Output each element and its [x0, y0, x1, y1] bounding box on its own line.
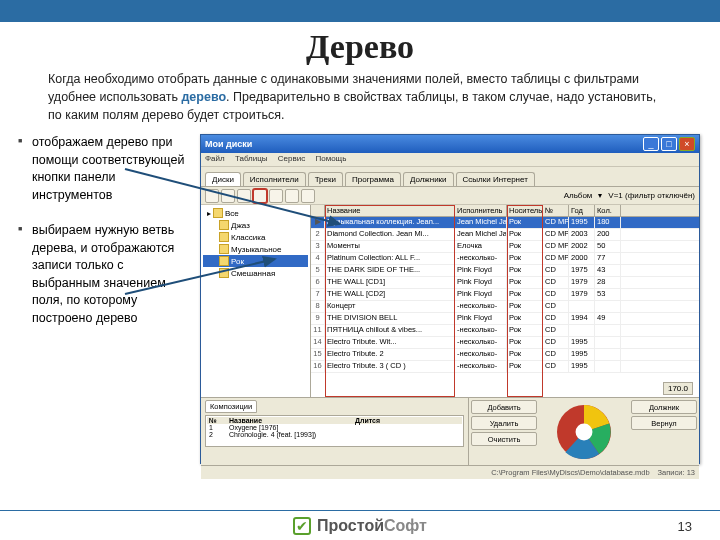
- brand-a: Простой: [317, 517, 384, 534]
- sub-row[interactable]: 1Oxygene [1976]: [207, 424, 462, 431]
- intro-keyword: дерево: [181, 90, 226, 104]
- table-row[interactable]: 7THE WALL [CD2]Pink FloydРокCD197953: [311, 289, 699, 301]
- screenshot-container: Мои диски _ □ × Файл Таблицы Сервис Помо…: [200, 134, 702, 464]
- tab-program[interactable]: Программа: [345, 172, 401, 186]
- tab-links[interactable]: Ссылки Интернет: [456, 172, 535, 186]
- slide-topbar: [0, 0, 720, 22]
- menu-service[interactable]: Сервис: [278, 154, 305, 163]
- tree-root[interactable]: ▸Все: [203, 207, 308, 219]
- table-row[interactable]: 14Electro Tribute. Wit...-несколько-РокC…: [311, 337, 699, 349]
- status-records: Записи: 13: [658, 468, 695, 477]
- status-path: C:\Program Files\MyDiscs\Demo\database.m…: [491, 468, 649, 477]
- subtab-tracks[interactable]: Композиции: [205, 400, 257, 413]
- table-row[interactable]: 5THE DARK SIDE OF THE...Pink FloydРокCD1…: [311, 265, 699, 277]
- footer: ✔ ПростойСофт: [0, 510, 720, 536]
- sub-buttons-2: Должник Вернул: [629, 398, 699, 465]
- grid-body[interactable]: ▶Музыкальная коллекция. Jean...Jean Mich…: [311, 217, 699, 373]
- tree-label: Джаз: [231, 221, 250, 230]
- tree-label: Рок: [231, 257, 244, 266]
- table-row[interactable]: 9THE DIVISION BELLPink FloydРокCD199449: [311, 313, 699, 325]
- menu-bar[interactable]: Файл Таблицы Сервис Помощь: [201, 153, 699, 167]
- tree-panel[interactable]: ▸Все Джаз Классика Музыкальное Рок Смеша…: [201, 205, 311, 397]
- pie-icon: [557, 405, 611, 459]
- col-count[interactable]: Кол.: [595, 205, 621, 216]
- main-tabs: Диски Исполнители Треки Программа Должни…: [201, 167, 699, 187]
- menu-help[interactable]: Помощь: [315, 154, 346, 163]
- table-row[interactable]: ▶Музыкальная коллекция. Jean...Jean Mich…: [311, 217, 699, 229]
- status-bar: C:\Program Files\MyDiscs\Demo\database.m…: [201, 465, 699, 479]
- tool-copy-icon[interactable]: [237, 189, 251, 203]
- tool-del-icon[interactable]: [221, 189, 235, 203]
- brand-b: Софт: [384, 517, 427, 534]
- menu-tables[interactable]: Таблицы: [235, 154, 268, 163]
- check-icon: ✔: [293, 517, 311, 535]
- sub-buttons: Добавить Удалить Очистить: [469, 398, 539, 465]
- toolbar: Альбом ▾ V=1 (фильтр отключён): [201, 187, 699, 205]
- pie-chart: [539, 398, 629, 465]
- tree-node-music[interactable]: Музыкальное: [203, 243, 308, 255]
- filter-label: Альбом: [564, 191, 593, 200]
- table-row[interactable]: 11ПЯТНИЦА chillout & vibes...-несколько-…: [311, 325, 699, 337]
- window-title: Мои диски: [205, 139, 641, 149]
- folder-icon: [219, 220, 229, 230]
- table-row[interactable]: 16Electro Tribute. 3 ( CD )-несколько-Ро…: [311, 361, 699, 373]
- table-row[interactable]: 8Концерт-несколько-РокCD: [311, 301, 699, 313]
- tree-node-mixed[interactable]: Смешанная: [203, 267, 308, 279]
- folder-icon: [219, 256, 229, 266]
- folder-icon: [219, 232, 229, 242]
- data-grid[interactable]: Название Исполнитель Носитель № Год Кол.…: [311, 205, 699, 397]
- col-title[interactable]: Название: [325, 205, 455, 216]
- col-artist[interactable]: Исполнитель: [455, 205, 507, 216]
- tool-export-icon[interactable]: [285, 189, 299, 203]
- tab-disks[interactable]: Диски: [205, 172, 241, 186]
- tab-tracks[interactable]: Треки: [308, 172, 343, 186]
- tree-root-label: Все: [225, 209, 239, 218]
- subcol-title: Название: [229, 417, 349, 424]
- maximize-button[interactable]: □: [661, 137, 677, 151]
- slide-intro: Когда необходимо отобрать данные с одина…: [0, 70, 720, 134]
- tree-label: Классика: [231, 233, 265, 242]
- grid-header: Название Исполнитель Носитель № Год Кол.: [311, 205, 699, 217]
- table-row[interactable]: 15Electro Tribute. 2-несколько-РокCD1995: [311, 349, 699, 361]
- subcol-dur: Длится: [355, 417, 380, 424]
- table-row[interactable]: 2Diamond Collection. Jean Mi...Jean Mich…: [311, 229, 699, 241]
- minimize-button[interactable]: _: [643, 137, 659, 151]
- folder-icon: [219, 244, 229, 254]
- close-button[interactable]: ×: [679, 137, 695, 151]
- tab-artists[interactable]: Исполнители: [243, 172, 306, 186]
- tree-node-rock[interactable]: Рок: [203, 255, 308, 267]
- tab-debtors[interactable]: Должники: [403, 172, 454, 186]
- subcol-n: №: [209, 417, 223, 424]
- tree-node-classic[interactable]: Классика: [203, 231, 308, 243]
- btn-returned[interactable]: Вернул: [631, 416, 697, 430]
- table-row[interactable]: 3МоментыЕлочкаРокCD MP3200250: [311, 241, 699, 253]
- sub-grid-panel: Композиции № Название Длится 1Oxygene [1…: [201, 398, 469, 465]
- window-titlebar[interactable]: Мои диски _ □ ×: [201, 135, 699, 153]
- tree-node-jazz[interactable]: Джаз: [203, 219, 308, 231]
- btn-add[interactable]: Добавить: [471, 400, 537, 414]
- bullet-1: отображаем дерево при помощи соответству…: [18, 134, 188, 204]
- btn-clear[interactable]: Очистить: [471, 432, 537, 446]
- btn-del[interactable]: Удалить: [471, 416, 537, 430]
- col-carrier[interactable]: №: [543, 205, 569, 216]
- menu-file[interactable]: Файл: [205, 154, 225, 163]
- tool-search-icon[interactable]: [301, 189, 315, 203]
- col-year[interactable]: Год: [569, 205, 595, 216]
- lower-panel: Композиции № Название Длится 1Oxygene [1…: [201, 397, 699, 465]
- app-window: Мои диски _ □ × Файл Таблицы Сервис Помо…: [200, 134, 700, 464]
- slide-title: Дерево: [0, 22, 720, 70]
- filter-value[interactable]: V=1 (фильтр отключён): [608, 191, 695, 200]
- col-media[interactable]: Носитель: [507, 205, 543, 216]
- tool-print-icon[interactable]: [269, 189, 283, 203]
- brand-logo: ПростойСофт: [317, 517, 427, 535]
- sub-grid[interactable]: № Название Длится 1Oxygene [1976] 2Chron…: [205, 415, 464, 447]
- tool-new-icon[interactable]: [205, 189, 219, 203]
- table-row[interactable]: 6THE WALL [CD1]Pink FloydРокCD197928: [311, 277, 699, 289]
- col-marker[interactable]: [311, 205, 325, 216]
- btn-debtor[interactable]: Должник: [631, 400, 697, 414]
- tool-tree-icon[interactable]: [253, 189, 267, 203]
- main-body: ▸Все Джаз Классика Музыкальное Рок Смеша…: [201, 205, 699, 397]
- table-row[interactable]: 4Platinum Collection: ALL F...-несколько…: [311, 253, 699, 265]
- sub-row[interactable]: 2Chronologie. 4 (feat. [1993]): [207, 431, 462, 438]
- svg-point-1: [576, 423, 593, 440]
